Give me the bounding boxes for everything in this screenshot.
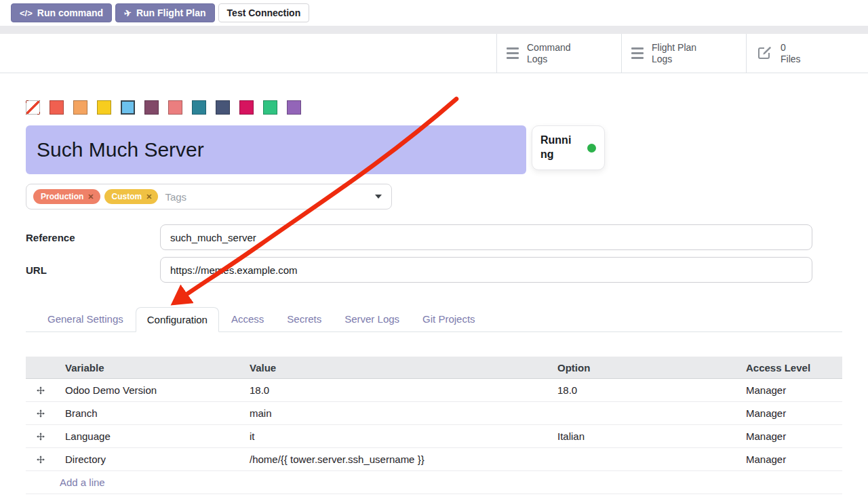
header-bar: Command Logs Flight Plan Logs 0 Files xyxy=(0,34,868,73)
reference-input[interactable]: such_much_server xyxy=(160,224,812,250)
run-command-button[interactable]: </> Run command xyxy=(11,3,112,22)
drag-handle-icon[interactable] xyxy=(26,455,56,464)
cell-value[interactable]: it xyxy=(240,430,548,442)
color-palette xyxy=(26,100,842,115)
tag-production-label: Production xyxy=(41,192,83,201)
add-a-line-link[interactable]: Add a line xyxy=(26,471,842,494)
url-label: URL xyxy=(26,264,160,276)
files-button[interactable]: 0 Files xyxy=(746,34,868,73)
command-logs-label: Command Logs xyxy=(527,42,585,65)
color-swatch-red[interactable] xyxy=(50,100,64,115)
color-swatch-raspberry[interactable] xyxy=(239,100,254,115)
tab-git-projects[interactable]: Git Projects xyxy=(412,307,486,331)
table-row: Odoo Demo Version 18.0 18.0 Manager xyxy=(26,379,842,402)
status-dot-icon xyxy=(587,144,596,153)
color-swatch-green[interactable] xyxy=(263,100,277,115)
form-fields: Reference such_much_server URL https://m… xyxy=(26,224,842,283)
remove-tag-icon[interactable]: ✕ xyxy=(146,193,152,201)
tag-production: Production ✕ xyxy=(33,189,100,204)
cell-variable[interactable]: Odoo Demo Version xyxy=(56,384,240,396)
status-card[interactable]: Running xyxy=(532,125,605,170)
menu-icon xyxy=(631,47,644,59)
tab-bar: General Settings Configuration Access Se… xyxy=(26,307,842,332)
cell-value[interactable]: 18.0 xyxy=(240,384,548,396)
server-name-input[interactable]: Such Much Server xyxy=(26,125,526,174)
drag-handle-icon[interactable] xyxy=(26,409,56,418)
main-content: Such Much Server Running Production ✕ Cu… xyxy=(0,100,868,494)
tag-custom-label: Custom xyxy=(112,192,142,201)
cell-variable[interactable]: Branch xyxy=(56,407,240,419)
test-connection-button[interactable]: Test Connection xyxy=(218,3,310,22)
remove-tag-icon[interactable]: ✕ xyxy=(87,193,94,201)
test-connection-label: Test Connection xyxy=(227,7,301,18)
tab-secrets[interactable]: Secrets xyxy=(276,307,332,331)
tags-placeholder: Tags xyxy=(165,191,186,203)
color-swatch-salmon[interactable] xyxy=(168,100,182,115)
url-input[interactable]: https://memes.example.com xyxy=(160,257,812,283)
tab-configuration[interactable]: Configuration xyxy=(136,307,219,332)
tag-custom: Custom ✕ xyxy=(104,189,159,204)
drag-handle-icon[interactable] xyxy=(26,386,56,395)
color-swatch-teal[interactable] xyxy=(192,100,206,115)
page: </> Run command ✈ Run Flight Plan Test C… xyxy=(0,0,868,503)
color-swatch-yellow[interactable] xyxy=(97,100,111,115)
column-value: Value xyxy=(240,362,548,374)
drag-handle-icon[interactable] xyxy=(26,432,56,441)
color-swatch-none[interactable] xyxy=(26,100,40,115)
cell-option[interactable]: 18.0 xyxy=(548,384,736,396)
color-swatch-violet[interactable] xyxy=(287,100,301,115)
menu-icon xyxy=(507,47,519,59)
cell-access[interactable]: Manager xyxy=(736,454,842,465)
title-row: Such Much Server Running xyxy=(26,125,842,174)
table-row: Directory /home/{{ tower.server.ssh_user… xyxy=(26,448,842,471)
cell-variable[interactable]: Language xyxy=(56,430,240,442)
table-row: Language it Italian Manager xyxy=(26,425,842,448)
table-row: Branch main Manager xyxy=(26,402,842,425)
caret-down-icon[interactable] xyxy=(375,195,382,199)
run-flight-plan-label: Run Flight Plan xyxy=(136,7,206,18)
configuration-table: Variable Value Option Access Level Odoo … xyxy=(26,357,842,494)
files-count-label: 0 Files xyxy=(781,42,839,65)
table-header: Variable Value Option Access Level xyxy=(26,357,842,379)
tab-server-logs[interactable]: Server Logs xyxy=(334,307,410,331)
flight-plan-logs-label: Flight Plan Logs xyxy=(652,42,710,65)
column-variable: Variable xyxy=(56,362,240,374)
reference-label: Reference xyxy=(26,232,160,243)
files-count: 0 xyxy=(781,42,839,54)
cell-option[interactable]: Italian xyxy=(548,430,736,442)
color-swatch-dark-purple[interactable] xyxy=(144,100,159,115)
cell-value[interactable]: main xyxy=(240,407,548,419)
status-label: Running xyxy=(540,134,576,162)
divider-band xyxy=(0,26,868,34)
tab-access[interactable]: Access xyxy=(220,307,275,331)
edit-icon xyxy=(756,44,772,63)
command-logs-button[interactable]: Command Logs xyxy=(496,34,621,73)
flight-plan-logs-button[interactable]: Flight Plan Logs xyxy=(621,34,746,73)
color-swatch-navy[interactable] xyxy=(216,100,230,115)
cell-access[interactable]: Manager xyxy=(736,407,842,419)
paper-plane-icon: ✈ xyxy=(123,7,133,19)
run-flight-plan-button[interactable]: ✈ Run Flight Plan xyxy=(115,3,215,22)
cell-variable[interactable]: Directory xyxy=(56,454,240,465)
cell-access[interactable]: Manager xyxy=(736,430,842,442)
run-command-label: Run command xyxy=(37,7,103,18)
color-swatch-cyan[interactable] xyxy=(121,100,135,115)
tags-input[interactable]: Production ✕ Custom ✕ Tags xyxy=(26,184,392,209)
code-icon: </> xyxy=(20,8,33,18)
files-label: Files xyxy=(781,54,839,65)
cell-access[interactable]: Manager xyxy=(736,384,842,396)
color-swatch-orange[interactable] xyxy=(73,100,87,115)
column-access-level: Access Level xyxy=(736,362,842,374)
column-option: Option xyxy=(548,362,736,374)
top-toolbar: </> Run command ✈ Run Flight Plan Test C… xyxy=(0,0,868,26)
tab-general-settings[interactable]: General Settings xyxy=(37,307,134,331)
cell-value[interactable]: /home/{{ tower.server.ssh_username }} xyxy=(240,454,548,465)
